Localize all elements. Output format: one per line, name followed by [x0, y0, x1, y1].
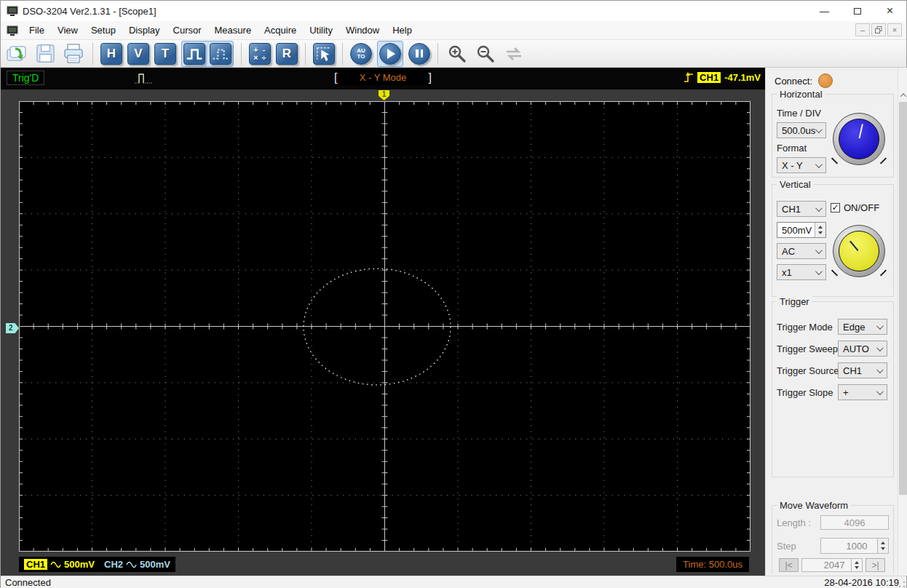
mdi-restore-icon[interactable]: [871, 23, 886, 36]
stepper-arrows[interactable]: [851, 559, 862, 571]
vertical-knob-face: [839, 231, 879, 271]
horizontal-group-title: Horizontal: [777, 89, 825, 100]
ch1-badge: CH1: [24, 559, 47, 570]
window-title: DSO-3204 Ver2.1.31 - [Scope1]: [23, 6, 157, 17]
timebase-readout: Time: 500.0us: [676, 557, 749, 572]
zoom-in-icon: [447, 44, 467, 64]
probe-attenuation-select[interactable]: x1: [777, 264, 826, 280]
pulse-solid-button[interactable]: [183, 43, 205, 65]
vertical-group-title: Vertical: [777, 179, 814, 190]
ch2-badge: CH2: [104, 559, 123, 570]
channel-onoff-checkbox[interactable]: ✓ ON/OFF: [831, 202, 879, 213]
coupling-select[interactable]: AC: [777, 243, 826, 259]
trigger-sweep-select[interactable]: AUTO: [838, 341, 887, 357]
channel1-position-marker[interactable]: 1: [379, 90, 389, 100]
scroll-up-icon[interactable]: [899, 90, 907, 100]
panel-scrollbar[interactable]: [898, 68, 907, 576]
zoom-out-button[interactable]: [474, 43, 497, 65]
time-div-select[interactable]: 500.0us: [777, 122, 826, 138]
menu-display[interactable]: Display: [122, 22, 167, 39]
pause-button[interactable]: [408, 43, 430, 65]
spin-down-icon[interactable]: [818, 231, 823, 234]
ch2-readout: CH2 500mV: [99, 557, 175, 572]
menu-file[interactable]: File: [23, 22, 51, 39]
menu-utility[interactable]: Utility: [303, 22, 339, 39]
horizontal-setup-button[interactable]: H: [100, 43, 122, 65]
step-label: Step: [777, 541, 796, 552]
open-button[interactable]: [5, 43, 28, 65]
trigger-setup-button[interactable]: T: [154, 43, 176, 65]
run-button[interactable]: [379, 43, 401, 65]
spin-up-icon[interactable]: [881, 541, 885, 544]
scrollbar-thumb[interactable]: [899, 102, 907, 495]
toolbar-separator: [342, 43, 343, 65]
position-stepper[interactable]: 2047: [801, 558, 863, 572]
sync-button[interactable]: [502, 43, 526, 65]
channel-readout-bar: CH1 500mV CH2 500mV Time: 500.0us: [1, 556, 765, 576]
chevron-down-icon: [815, 268, 823, 275]
spin-up-icon[interactable]: [818, 226, 823, 229]
ch2-scale-value: 500mV: [140, 559, 170, 570]
volt-scale-stepper[interactable]: 500mV: [777, 222, 826, 238]
spin-down-icon[interactable]: [881, 547, 885, 550]
stepper-arrows[interactable]: [877, 539, 888, 553]
trigger-group-title: Trigger: [777, 296, 812, 307]
zoom-in-button[interactable]: [445, 43, 469, 65]
vertical-group: Vertical CH1 ✓ ON/OFF 500mV AC x1: [772, 184, 894, 297]
menu-window[interactable]: Window: [339, 22, 386, 39]
trigger-mode-select[interactable]: Edge: [838, 319, 887, 335]
close-icon[interactable]: ×: [874, 1, 906, 21]
trigger-slope-select[interactable]: +: [838, 384, 887, 400]
cursor-measure-button[interactable]: [313, 43, 335, 65]
go-first-button[interactable]: |<: [779, 558, 799, 572]
maximize-icon[interactable]: [841, 1, 874, 21]
resize-grip[interactable]: [899, 581, 905, 587]
ch1-coupling-sine-icon: [50, 561, 61, 568]
scope-status-bar: Trig'D [ X - Y Mode ] CH1 -47.1mV: [1, 68, 765, 90]
print-button[interactable]: [62, 43, 85, 65]
print-icon: [63, 44, 84, 63]
spin-down-icon[interactable]: [855, 566, 859, 569]
menu-acquire[interactable]: Acquire: [258, 22, 303, 39]
menu-setup[interactable]: Setup: [84, 22, 122, 39]
mdi-close-icon[interactable]: ×: [887, 23, 902, 36]
minimize-icon[interactable]: —: [808, 1, 841, 21]
toolbar-separator: [305, 43, 306, 65]
toolbar-separator: [241, 43, 242, 65]
math-button[interactable]: +- ×÷: [249, 43, 271, 65]
menu-view[interactable]: View: [51, 22, 84, 39]
pulse-dashed-button[interactable]: [210, 43, 231, 65]
mdi-minimize-icon[interactable]: –: [855, 23, 870, 36]
chevron-down-icon: [815, 247, 823, 254]
chevron-down-icon: [815, 161, 823, 168]
format-select[interactable]: X - Y: [777, 157, 826, 173]
reference-button[interactable]: R: [276, 43, 298, 65]
stepper-arrows[interactable]: [815, 223, 825, 237]
trigger-source-select[interactable]: CH1: [838, 362, 887, 378]
menu-measure[interactable]: Measure: [208, 22, 258, 39]
toolbar: H V T +- ×÷ R AUTO: [1, 40, 906, 68]
vertical-setup-button[interactable]: V: [127, 43, 149, 65]
toolbar-separator: [92, 43, 93, 65]
channel2-position-marker[interactable]: 2: [6, 323, 19, 333]
go-last-button[interactable]: >|: [866, 558, 885, 572]
vertical-knob[interactable]: [833, 225, 885, 277]
menu-help[interactable]: Help: [386, 22, 419, 39]
trigger-slope-label: Trigger Slope: [777, 387, 833, 398]
horizontal-knob-face: [839, 119, 879, 159]
spin-up-icon[interactable]: [855, 561, 859, 564]
knob-indicator: [858, 124, 863, 138]
pulse-waveform-icon: [134, 72, 153, 85]
app-window: DSO-3204 Ver2.1.31 - [Scope1] — × File V…: [0, 0, 907, 588]
display-mode-label: X - Y Mode: [360, 72, 407, 83]
auto-setup-button[interactable]: AUTO: [350, 43, 372, 65]
format-label: Format: [777, 143, 807, 154]
step-stepper[interactable]: 1000: [820, 538, 889, 554]
channel-select[interactable]: CH1: [777, 201, 826, 217]
horizontal-knob[interactable]: [833, 113, 885, 165]
save-button[interactable]: [33, 43, 57, 65]
menu-cursor[interactable]: Cursor: [167, 22, 208, 39]
save-icon: [36, 44, 55, 63]
chevron-down-icon: [815, 126, 823, 133]
mode-bracket-left: [: [334, 72, 337, 84]
